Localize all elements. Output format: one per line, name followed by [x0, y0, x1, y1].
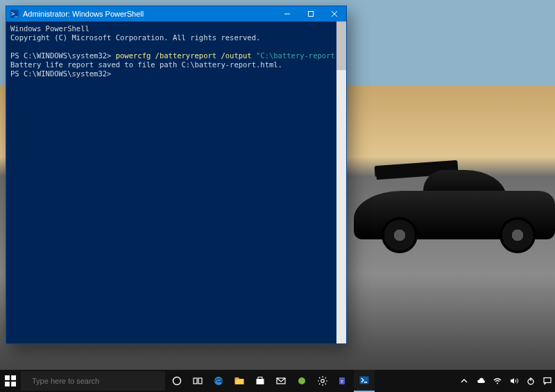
- start-button[interactable]: [0, 370, 21, 392]
- powershell-icon: >_: [10, 10, 19, 18]
- svg-rect-12: [198, 378, 202, 384]
- svg-rect-15: [235, 377, 239, 380]
- svg-rect-27: [544, 378, 551, 383]
- svg-rect-17: [258, 377, 262, 380]
- powershell-taskbar-button[interactable]: [354, 370, 375, 392]
- desktop-wallpaper: >_ Administrator: Windows PowerShell Win…: [0, 0, 555, 392]
- terminal-line: Copyright (C) Microsoft Corporation. All…: [10, 33, 260, 42]
- edge-button[interactable]: [208, 370, 229, 392]
- mail-button[interactable]: [271, 370, 291, 392]
- taskbar: T: [0, 370, 555, 392]
- taskbar-pinned: T: [166, 370, 375, 392]
- taskbar-search[interactable]: [21, 371, 165, 391]
- onedrive-icon[interactable]: [476, 376, 486, 386]
- windows-icon: [5, 375, 16, 386]
- svg-point-19: [298, 377, 305, 384]
- cortana-button[interactable]: [166, 370, 187, 392]
- file-explorer-button[interactable]: [229, 370, 250, 392]
- svg-rect-6: [5, 382, 10, 386]
- svg-rect-11: [194, 378, 197, 384]
- terminal-arg: "C:\battery-report.html": [256, 51, 346, 60]
- wifi-icon[interactable]: [493, 376, 502, 386]
- scrollbar-thumb[interactable]: [336, 22, 346, 70]
- minimize-button[interactable]: [275, 6, 299, 22]
- wallpaper-car: [326, 135, 555, 281]
- store-button[interactable]: [250, 370, 271, 392]
- close-button[interactable]: [323, 6, 346, 22]
- terminal-prompt: PS C:\WINDOWS\system32>: [10, 51, 116, 60]
- powershell-window[interactable]: >_ Administrator: Windows PowerShell Win…: [6, 6, 347, 344]
- terminal-output: Battery life report saved to file path C…: [10, 60, 282, 69]
- settings-button[interactable]: [312, 370, 333, 392]
- svg-point-10: [173, 377, 181, 385]
- teams-button[interactable]: T: [333, 370, 354, 392]
- scrollbar-track[interactable]: [336, 22, 346, 343]
- volume-icon[interactable]: [509, 376, 519, 386]
- action-center-icon[interactable]: [543, 376, 552, 386]
- search-input[interactable]: [32, 377, 160, 385]
- system-tray: [459, 376, 555, 386]
- svg-rect-14: [235, 379, 244, 384]
- tray-chevron-icon[interactable]: [459, 376, 469, 386]
- svg-rect-7: [11, 382, 16, 386]
- svg-point-20: [321, 380, 325, 383]
- svg-rect-5: [11, 375, 16, 380]
- maximize-button[interactable]: [299, 6, 323, 22]
- terminal-command: powercfg /batteryreport /output: [116, 51, 256, 60]
- terminal-line: Windows PowerShell: [10, 24, 89, 33]
- svg-rect-23: [360, 377, 369, 384]
- svg-point-24: [497, 383, 498, 384]
- window-title: Administrator: Windows PowerShell: [23, 10, 144, 18]
- svg-rect-1: [309, 12, 314, 17]
- window-titlebar[interactable]: >_ Administrator: Windows PowerShell: [6, 6, 346, 22]
- terminal-prompt: PS C:\WINDOWS\system32>: [10, 69, 111, 78]
- terminal-body[interactable]: Windows PowerShell Copyright (C) Microso…: [6, 22, 346, 343]
- power-icon[interactable]: [526, 376, 536, 386]
- task-view-button[interactable]: [187, 370, 208, 392]
- svg-rect-4: [5, 375, 10, 380]
- app-button[interactable]: [291, 370, 312, 392]
- svg-text:T: T: [341, 379, 344, 384]
- svg-rect-16: [257, 379, 264, 384]
